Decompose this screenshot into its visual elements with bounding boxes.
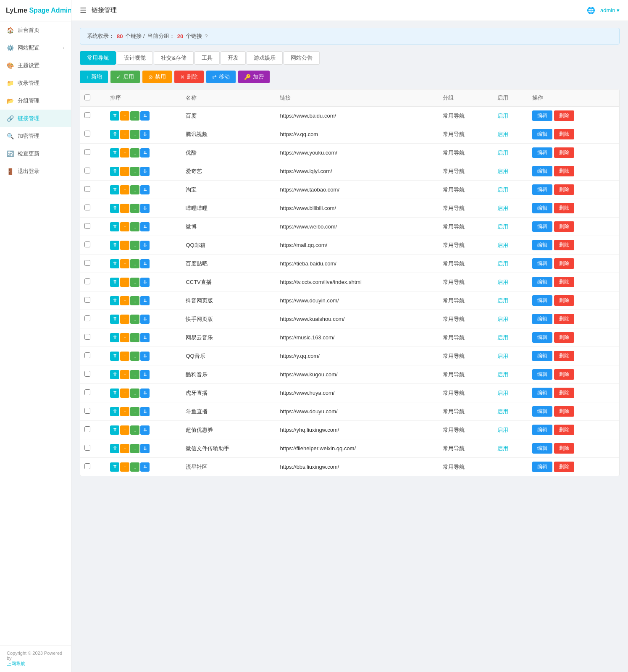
sort-bottom-17[interactable]: ⇊ [140,407,150,416]
sort-up-4[interactable]: ↑ [120,167,129,176]
toolbar-delete-button[interactable]: ✕删除 [174,71,204,83]
sort-bottom-10[interactable]: ⇊ [140,278,150,287]
toolbar-enable-button[interactable]: ✓启用 [110,71,140,83]
sort-up-15[interactable]: ↑ [120,370,129,379]
sort-down-6[interactable]: ↓ [130,204,139,213]
select-all-checkbox[interactable] [84,94,90,100]
user-menu[interactable]: admin ▾ [600,7,620,13]
row-checkbox-7[interactable] [84,223,90,229]
sidebar-item-logout[interactable]: 🚪 退出登录 [0,163,71,180]
sort-top-2[interactable]: ⇈ [110,130,119,139]
sidebar-item-site-config[interactable]: ⚙️ 网站配置 › [0,39,71,57]
delete-button-20[interactable]: 删除 [554,462,574,472]
edit-button-16[interactable]: 编辑 [532,388,552,398]
edit-button-15[interactable]: 编辑 [532,369,552,380]
row-checkbox-3[interactable] [84,149,90,155]
row-checkbox-16[interactable] [84,389,90,395]
sort-top-15[interactable]: ⇈ [110,370,119,379]
row-checkbox-17[interactable] [84,408,90,414]
sort-down-3[interactable]: ↓ [130,148,139,158]
row-checkbox-1[interactable] [84,112,90,118]
help-icon[interactable]: ? [205,33,208,39]
sort-up-6[interactable]: ↑ [120,204,129,213]
sidebar-item-link[interactable]: 🔗 链接管理 [0,110,71,127]
sort-top-6[interactable]: ⇈ [110,204,119,213]
sort-bottom-4[interactable]: ⇊ [140,167,150,176]
sort-up-19[interactable]: ↑ [120,444,129,453]
sort-up-17[interactable]: ↑ [120,407,129,416]
menu-toggle-icon[interactable]: ☰ [80,6,87,15]
edit-button-7[interactable]: 编辑 [532,221,552,232]
delete-button-15[interactable]: 删除 [554,369,574,380]
sort-down-16[interactable]: ↓ [130,388,139,398]
sort-down-4[interactable]: ↓ [130,167,139,176]
sort-bottom-8[interactable]: ⇊ [140,241,150,250]
sort-top-9[interactable]: ⇈ [110,259,119,268]
sort-bottom-19[interactable]: ⇊ [140,444,150,453]
sidebar-item-dashboard[interactable]: 🏠 后台首页 [0,21,71,39]
row-checkbox-15[interactable] [84,371,90,377]
row-checkbox-10[interactable] [84,278,90,284]
sort-up-2[interactable]: ↑ [120,130,129,139]
edit-button-19[interactable]: 编辑 [532,443,552,454]
delete-button-16[interactable]: 删除 [554,388,574,398]
sort-top-5[interactable]: ⇈ [110,185,119,194]
row-checkbox-13[interactable] [84,334,90,340]
edit-button-10[interactable]: 编辑 [532,277,552,287]
sort-bottom-6[interactable]: ⇊ [140,204,150,213]
row-checkbox-20[interactable] [84,463,90,469]
delete-button-1[interactable]: 删除 [554,110,574,121]
edit-button-12[interactable]: 编辑 [532,314,552,324]
sort-up-5[interactable]: ↑ [120,185,129,194]
sort-top-10[interactable]: ⇈ [110,278,119,287]
sort-top-18[interactable]: ⇈ [110,425,119,435]
row-checkbox-4[interactable] [84,168,90,173]
toolbar-disable-button[interactable]: ⊘禁用 [142,71,172,83]
delete-button-7[interactable]: 删除 [554,221,574,232]
sort-up-3[interactable]: ↑ [120,148,129,158]
edit-button-14[interactable]: 编辑 [532,351,552,361]
sort-up-13[interactable]: ↑ [120,333,129,342]
sort-up-1[interactable]: ↑ [120,111,129,121]
row-checkbox-12[interactable] [84,315,90,321]
sort-bottom-7[interactable]: ⇊ [140,222,150,231]
tab-tools[interactable]: 工具 [194,51,220,65]
sort-bottom-1[interactable]: ⇊ [140,111,150,121]
sidebar-item-theme[interactable]: 🎨 主题设置 [0,57,71,74]
toolbar-encrypt-button[interactable]: 🔑加密 [238,71,270,83]
edit-button-2[interactable]: 编辑 [532,129,552,139]
edit-button-6[interactable]: 编辑 [532,203,552,213]
row-checkbox-18[interactable] [84,426,90,432]
sort-bottom-18[interactable]: ⇊ [140,425,150,435]
sort-up-9[interactable]: ↑ [120,259,129,268]
sidebar-item-password[interactable]: 🔍 加密管理 [0,127,71,145]
sort-up-20[interactable]: ↑ [120,462,129,472]
sort-bottom-14[interactable]: ⇊ [140,352,150,361]
row-checkbox-5[interactable] [84,186,90,192]
sort-down-20[interactable]: ↓ [130,462,139,472]
toolbar-move-button[interactable]: ⇄移动 [206,71,236,83]
sort-down-12[interactable]: ↓ [130,315,139,324]
sort-top-7[interactable]: ⇈ [110,222,119,231]
sort-bottom-15[interactable]: ⇊ [140,370,150,379]
delete-button-18[interactable]: 删除 [554,425,574,435]
sort-up-10[interactable]: ↑ [120,278,129,287]
edit-button-8[interactable]: 编辑 [532,240,552,250]
sort-top-16[interactable]: ⇈ [110,388,119,398]
sort-down-1[interactable]: ↓ [130,111,139,121]
tab-dev[interactable]: 开发 [221,51,246,65]
toolbar-add-button[interactable]: +新增 [80,71,108,83]
sort-down-13[interactable]: ↓ [130,333,139,342]
sort-top-17[interactable]: ⇈ [110,407,119,416]
sort-down-9[interactable]: ↓ [130,259,139,268]
tab-common[interactable]: 常用导航 [80,51,116,65]
delete-button-9[interactable]: 删除 [554,258,574,269]
sort-top-14[interactable]: ⇈ [110,352,119,361]
edit-button-5[interactable]: 编辑 [532,184,552,195]
sort-bottom-2[interactable]: ⇊ [140,130,150,139]
tab-design[interactable]: 设计视觉 [117,51,153,65]
delete-button-13[interactable]: 删除 [554,332,574,343]
sort-up-8[interactable]: ↑ [120,241,129,250]
delete-button-17[interactable]: 删除 [554,406,574,417]
sort-up-12[interactable]: ↑ [120,315,129,324]
